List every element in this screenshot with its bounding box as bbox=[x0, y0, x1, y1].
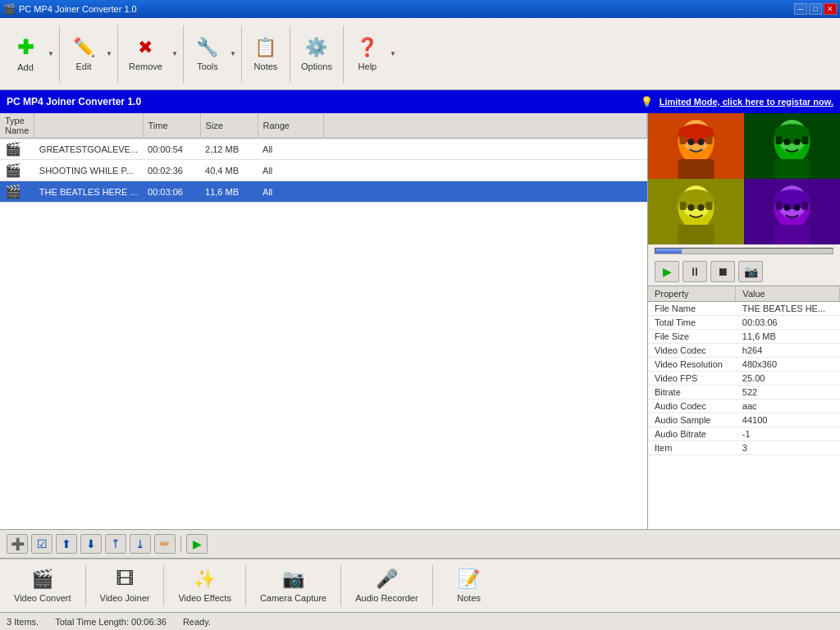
add-icon: ✚ bbox=[17, 36, 34, 59]
props-row: Video Codec h264 bbox=[648, 344, 840, 358]
add-dropdown-arrow[interactable]: ▼ bbox=[46, 30, 56, 79]
preview-panel: ▶ ⏸ ⏹ 📷 Property Value File Name THE BEA… bbox=[648, 113, 840, 529]
tab-divider-4 bbox=[340, 565, 341, 606]
minimize-button[interactable]: ─ bbox=[794, 3, 807, 15]
register-icon: 💡 bbox=[641, 96, 653, 107]
edit-item-button[interactable]: ✏ bbox=[154, 534, 176, 554]
tab-divider-5 bbox=[432, 565, 433, 606]
tab-video-joiner[interactable]: 🎞 Video Joiner bbox=[89, 562, 161, 609]
tab-video-convert[interactable]: 🎬 Video Convert bbox=[3, 562, 82, 609]
pause-button[interactable]: ⏸ bbox=[682, 261, 707, 282]
cell-size: 2,12 MB bbox=[200, 139, 258, 160]
col-header-size: Size bbox=[200, 113, 258, 139]
edit-dropdown-arrow[interactable]: ▼ bbox=[104, 30, 114, 79]
props-row: Audio Bitrate -1 bbox=[648, 427, 840, 441]
move-bottom-button[interactable]: ⤓ bbox=[130, 534, 151, 554]
video-effects-icon: ✨ bbox=[194, 568, 216, 590]
title-bar-text: PC MP4 Joiner Converter 1.0 bbox=[19, 4, 137, 14]
beatle-topright bbox=[744, 113, 840, 179]
table-row[interactable]: 🎬 THE BEATLES HERE ... 00:03:06 11,6 MB … bbox=[0, 181, 647, 203]
cell-name: SHOOTING WHILE P... bbox=[34, 160, 143, 181]
svg-rect-31 bbox=[776, 202, 783, 210]
toolbar: ✚ Add ▼ ✏️ Edit ▼ ✖ Remove ▼ 🔧 Tools ▼ 📋… bbox=[0, 18, 840, 90]
svg-point-6 bbox=[688, 139, 695, 145]
toolbar-group-help: ❓ Help ▼ bbox=[344, 25, 401, 83]
notes-button[interactable]: 📋 Notes bbox=[245, 30, 286, 79]
toolbar-group-tools: 🔧 Tools ▼ bbox=[184, 25, 242, 83]
cell-time: 00:02:36 bbox=[143, 160, 200, 181]
props-row: Item 3 bbox=[648, 441, 840, 455]
cell-extra bbox=[323, 160, 646, 181]
move-top-button[interactable]: ⤒ bbox=[105, 534, 126, 554]
tab-notes[interactable]: 📝 Notes bbox=[436, 562, 502, 609]
remove-dropdown-arrow[interactable]: ▼ bbox=[170, 30, 180, 79]
remove-button[interactable]: ✖ Remove bbox=[121, 30, 170, 79]
select-all-button[interactable]: ☑ bbox=[31, 534, 52, 554]
tab-audio-recorder[interactable]: 🎤 Audio Recorder bbox=[345, 562, 428, 609]
options-button[interactable]: ⚙️ Options bbox=[294, 30, 340, 79]
svg-rect-8 bbox=[678, 159, 714, 179]
prop-name: Audio Sample bbox=[648, 413, 736, 427]
options-label: Options bbox=[301, 62, 332, 71]
table-row[interactable]: 🎬 GREATESTGOALEVE... 00:00:54 2,12 MB Al… bbox=[0, 139, 647, 160]
beatle-bottomright bbox=[744, 179, 840, 244]
progress-track[interactable] bbox=[655, 248, 833, 254]
prop-name: Video Resolution bbox=[648, 358, 736, 372]
file-table-body: 🎬 GREATESTGOALEVE... 00:00:54 2,12 MB Al… bbox=[0, 139, 647, 203]
toolbar-group-notes: 📋 Notes bbox=[242, 25, 290, 83]
svg-rect-17 bbox=[774, 159, 810, 179]
prop-name: File Name bbox=[648, 302, 736, 316]
prop-value: 00:03:06 bbox=[736, 316, 840, 330]
tab-video-joiner-label: Video Joiner bbox=[100, 593, 150, 603]
tab-divider-3 bbox=[245, 565, 246, 606]
tab-video-effects-label: Video Effects bbox=[178, 593, 231, 603]
video-convert-icon: 🎬 bbox=[31, 568, 53, 590]
help-button[interactable]: ❓ Help bbox=[347, 30, 388, 79]
cell-range: All bbox=[258, 139, 323, 160]
prop-value: 44100 bbox=[736, 413, 840, 427]
bottom-tabs: 🎬 Video Convert 🎞 Video Joiner ✨ Video E… bbox=[0, 559, 840, 612]
tab-video-effects[interactable]: ✨ Video Effects bbox=[167, 562, 241, 609]
add-button[interactable]: ✚ Add bbox=[5, 30, 46, 79]
props-table-body: File Name THE BEATLES HE... Total Time 0… bbox=[648, 302, 840, 455]
cell-time: 00:00:54 bbox=[143, 139, 200, 160]
svg-rect-14 bbox=[802, 136, 809, 144]
move-down-button[interactable]: ⬇ bbox=[80, 534, 102, 554]
tab-camera-capture[interactable]: 📷 Camera Capture bbox=[249, 562, 337, 609]
cell-type: 🎬 bbox=[0, 139, 34, 160]
help-dropdown-arrow[interactable]: ▼ bbox=[388, 30, 398, 79]
tab-notes-label: Notes bbox=[457, 593, 481, 603]
table-row[interactable]: 🎬 SHOOTING WHILE P... 00:02:36 40,4 MB A… bbox=[0, 160, 647, 181]
edit-button[interactable]: ✏️ Edit bbox=[63, 30, 104, 79]
snapshot-button[interactable]: 📷 bbox=[738, 261, 763, 282]
props-row: Bitrate 522 bbox=[648, 386, 840, 399]
move-up-button[interactable]: ⬆ bbox=[56, 534, 77, 554]
props-row: File Size 11,6 MB bbox=[648, 330, 840, 344]
col-header-name bbox=[34, 113, 143, 139]
toolbar-group-edit: ✏️ Edit ▼ bbox=[60, 25, 118, 83]
convert-button[interactable]: ▶ bbox=[186, 534, 208, 554]
add-file-button[interactable]: ➕ bbox=[7, 534, 28, 554]
svg-point-15 bbox=[784, 139, 791, 145]
register-link[interactable]: Limited Mode, click here to registar now… bbox=[660, 97, 833, 107]
maximize-button[interactable]: □ bbox=[809, 3, 822, 15]
properties-table: Property Value File Name THE BEATLES HE.… bbox=[648, 286, 840, 455]
tab-camera-capture-label: Camera Capture bbox=[260, 593, 326, 603]
tools-dropdown-arrow[interactable]: ▼ bbox=[228, 30, 238, 79]
cell-range: All bbox=[258, 160, 323, 181]
playback-controls: ▶ ⏸ ⏹ 📷 bbox=[648, 258, 840, 285]
video-preview bbox=[648, 113, 840, 244]
play-button[interactable]: ▶ bbox=[655, 261, 679, 282]
props-row: Total Time 00:03:06 bbox=[648, 316, 840, 330]
status-bar: 3 Items. Total Time Length: 00:06:36 Rea… bbox=[0, 612, 840, 630]
prop-name: Video FPS bbox=[648, 372, 736, 386]
table-header-row: Type Name Time Size Range bbox=[0, 113, 647, 139]
toolbar-group-options: ⚙️ Options bbox=[290, 25, 344, 83]
add-label: Add bbox=[17, 62, 34, 72]
tools-button[interactable]: 🔧 Tools bbox=[187, 30, 228, 79]
beatles-image bbox=[648, 113, 840, 244]
prop-value: aac bbox=[736, 399, 840, 413]
prop-value: 480x360 bbox=[736, 358, 840, 372]
close-button[interactable]: ✕ bbox=[824, 3, 837, 15]
stop-button[interactable]: ⏹ bbox=[710, 261, 735, 282]
